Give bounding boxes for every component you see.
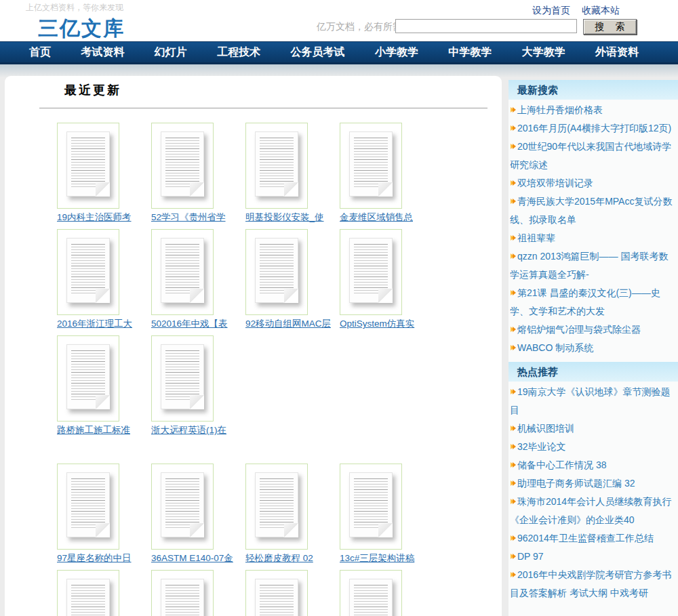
sidebar-link[interactable]: 熔铝炉烟气冶理与袋式除尘器 (517, 324, 641, 335)
arrow-bullet-icon (510, 499, 517, 505)
sidebar-link[interactable]: 32毕业论文 (517, 441, 566, 452)
arrow-bullet-icon (510, 572, 517, 578)
document-text-lines (165, 478, 199, 529)
document-page-preview (66, 579, 110, 616)
doc-thumbnail[interactable] (57, 229, 119, 315)
section-title-recent-updates: 最近更新 (64, 82, 502, 98)
nav-item-7[interactable]: 中学教学 (448, 45, 492, 60)
search-button[interactable]: 搜 索 (583, 19, 637, 35)
sidebar-list-item: 962014年卫生监督稽查工作总结 (510, 529, 674, 548)
nav-item-1[interactable]: 首页 (29, 45, 51, 60)
doc-link[interactable]: 浙大远程英语(1)在 (151, 424, 214, 436)
doc-link[interactable]: 轻松磨皮教程 02 (245, 552, 308, 564)
document-text-lines (165, 350, 199, 401)
doc-link[interactable]: 13c#三层架构讲稿 (340, 552, 402, 564)
sidebar-link[interactable]: 储备中心工作情况 38 (517, 459, 606, 470)
doc-item: 金麦维区域销售总 (340, 123, 402, 224)
doc-thumbnail[interactable] (340, 123, 402, 209)
doc-thumbnail[interactable] (151, 464, 214, 550)
document-text-lines (71, 585, 105, 616)
main-nav: 首页考试资料幻灯片工程技术公务员考试小学教学中学教学大学教学外语资料 (0, 41, 678, 64)
sidebar-link[interactable]: 机械识图培训 (517, 423, 574, 434)
doc-link[interactable]: 502016年中戏【表 (151, 318, 214, 330)
doc-thumbnail[interactable] (57, 570, 119, 616)
nav-item-8[interactable]: 大学教学 (522, 45, 565, 60)
document-text-lines (71, 244, 105, 294)
nav-item-4[interactable]: 工程技术 (217, 45, 260, 60)
doc-link[interactable]: 明基投影仪安装_使 (245, 211, 308, 224)
doc-link[interactable]: 92移动自组网MAC层 (245, 318, 308, 330)
doc-thumbnail[interactable] (245, 229, 308, 315)
sidebar-link[interactable]: 双培双带培训记录 (517, 178, 593, 188)
sidebar-link[interactable]: 珠海市2014年会计人员继续教育执行《企业会计准则》的企业类40 (510, 496, 671, 525)
doc-thumbnail[interactable] (57, 464, 119, 550)
doc-thumbnail[interactable] (151, 570, 214, 616)
document-text-lines (354, 244, 388, 294)
document-text-lines (354, 585, 388, 616)
doc-item (57, 570, 119, 616)
doc-item: 36ASTM E140-07金 (151, 464, 214, 564)
bookmark-link[interactable]: 收藏本站 (582, 5, 620, 16)
arrow-bullet-icon (510, 480, 517, 487)
nav-item-9[interactable]: 外语资料 (595, 45, 639, 60)
sidebar-link[interactable]: WABCO 制动系统 (517, 342, 593, 353)
sidebar-link[interactable]: qzzn 2013鸿篇巨制—— 国考联考数学运算真题全巧解- (510, 251, 669, 280)
document-text-lines (354, 478, 388, 529)
sidebar-link[interactable]: 青海民族大学2015年MPAcc复试分数线、拟录取名单 (510, 196, 672, 225)
document-page-preview (66, 238, 110, 303)
arrow-bullet-icon (510, 444, 517, 450)
doc-grid: 19内科主治医师考52学习《贵州省学明基投影仪安装_使金麦维区域销售总2016年… (57, 123, 502, 616)
sidebar-link[interactable]: 962014年卫生监督稽查工作总结 (517, 533, 654, 543)
sidebar-link[interactable]: 2016年月历(A4横排大字打印版12页) (517, 123, 671, 134)
doc-item: 97星座名称的中日 (57, 464, 119, 564)
doc-row (57, 570, 502, 616)
doc-item (245, 570, 308, 616)
sidebar-list-item: 双培双带培训记录 (510, 174, 674, 192)
sidebar-link[interactable]: 上海牡丹香烟价格表 (517, 104, 603, 115)
doc-thumbnail[interactable] (57, 335, 119, 422)
sidebar-link[interactable]: 2016年中央戏剧学院考研官方参考书目及答案解析 考试大纲 中戏考研 (510, 569, 671, 598)
sidebar-link[interactable]: 助理电子商务师试题汇编 32 (517, 478, 635, 489)
document-text-lines (260, 478, 294, 529)
doc-item: OptiSystem仿真实 (340, 229, 402, 330)
nav-item-6[interactable]: 小学教学 (375, 45, 418, 60)
doc-item: 2016年浙江理工大 (57, 229, 119, 330)
doc-item (151, 570, 214, 616)
sidebar-link[interactable]: 19南京大学《认识地球》章节测验题目 (510, 386, 671, 415)
document-page-preview (349, 238, 393, 303)
sidebar-link[interactable]: 祖祖辈辈 (517, 232, 555, 243)
doc-link[interactable]: OptiSystem仿真实 (340, 318, 402, 330)
search-input[interactable] (395, 19, 577, 33)
doc-link[interactable]: 19内科主治医师考 (57, 211, 119, 224)
doc-thumbnail[interactable] (340, 570, 402, 616)
doc-thumbnail[interactable] (151, 335, 214, 422)
nav-item-2[interactable]: 考试资料 (81, 45, 124, 60)
doc-thumbnail[interactable] (340, 229, 402, 315)
document-page-preview (255, 472, 298, 537)
doc-link[interactable]: 路桥施工施工标准 (57, 424, 119, 436)
sidebar-link[interactable]: DP 97 (517, 551, 544, 562)
arrow-bullet-icon (510, 199, 517, 205)
doc-thumbnail[interactable] (151, 229, 214, 315)
doc-thumbnail[interactable] (340, 464, 402, 550)
doc-link[interactable]: 97星座名称的中日 (57, 552, 119, 564)
set-home-link[interactable]: 设为首页 (532, 5, 570, 16)
nav-item-3[interactable]: 幻灯片 (155, 45, 187, 60)
sidebar-list-item: 2016年中央戏剧学院考研官方参考书目及答案解析 考试大纲 中戏考研 (510, 566, 674, 602)
doc-thumbnail[interactable] (245, 570, 308, 616)
doc-link[interactable]: 2016年浙江理工大 (57, 318, 119, 330)
nav-item-5[interactable]: 公务员考试 (291, 45, 345, 60)
document-text-lines (71, 478, 105, 529)
doc-link[interactable]: 36ASTM E140-07金 (151, 552, 214, 564)
doc-thumbnail[interactable] (245, 464, 308, 550)
sidebar-link[interactable]: 20世纪90年代以来我国古代地域诗学研究综述 (510, 141, 671, 170)
doc-thumbnail[interactable] (57, 123, 119, 209)
document-page-preview (161, 131, 204, 197)
doc-thumbnail[interactable] (151, 123, 214, 209)
sidebar-link[interactable]: 第21课 昌盛的秦汉文化(三)——史学、文学和艺术的大发 (510, 287, 660, 316)
doc-link[interactable]: 金麦维区域销售总 (340, 211, 402, 224)
search-slogan: 亿万文档，必有所需 (317, 21, 402, 33)
document-text-lines (260, 244, 294, 294)
doc-thumbnail[interactable] (245, 123, 308, 209)
doc-link[interactable]: 52学习《贵州省学 (151, 211, 214, 224)
